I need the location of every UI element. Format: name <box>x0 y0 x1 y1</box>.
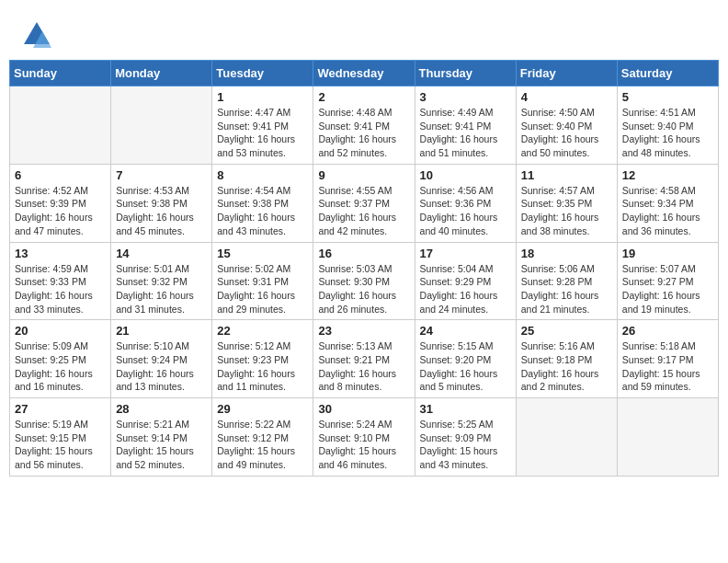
day-info: Sunrise: 4:47 AMSunset: 9:41 PMDaylight:… <box>217 106 308 160</box>
calendar-cell: 30Sunrise: 5:24 AMSunset: 9:10 PMDayligh… <box>313 398 415 477</box>
calendar-cell: 2Sunrise: 4:48 AMSunset: 9:41 PMDaylight… <box>313 86 415 165</box>
calendar-cell: 7Sunrise: 4:53 AMSunset: 9:38 PMDaylight… <box>111 164 212 242</box>
calendar-cell: 28Sunrise: 5:21 AMSunset: 9:14 PMDayligh… <box>111 398 212 477</box>
day-info: Sunrise: 5:09 AMSunset: 9:25 PMDaylight:… <box>15 339 106 394</box>
day-info: Sunrise: 5:15 AMSunset: 9:20 PMDaylight:… <box>420 339 511 394</box>
calendar-cell <box>10 86 111 165</box>
calendar: SundayMondayTuesdayWednesdayThursdayFrid… <box>9 60 719 477</box>
day-info: Sunrise: 5:01 AMSunset: 9:32 PMDaylight:… <box>116 262 207 316</box>
day-number: 14 <box>116 247 207 260</box>
day-number: 27 <box>15 402 106 416</box>
calendar-cell: 15Sunrise: 5:02 AMSunset: 9:31 PMDayligh… <box>212 242 313 320</box>
day-info: Sunrise: 5:10 AMSunset: 9:24 PMDaylight:… <box>116 339 207 394</box>
calendar-cell: 10Sunrise: 4:56 AMSunset: 9:36 PMDayligh… <box>415 164 516 242</box>
day-number: 17 <box>420 247 511 260</box>
day-info: Sunrise: 5:04 AMSunset: 9:29 PMDaylight:… <box>420 262 511 316</box>
logo-icon <box>18 18 48 48</box>
calendar-cell: 27Sunrise: 5:19 AMSunset: 9:15 PMDayligh… <box>10 398 111 477</box>
day-info: Sunrise: 4:58 AMSunset: 9:34 PMDaylight:… <box>622 184 713 238</box>
week-row-1: 6Sunrise: 4:52 AMSunset: 9:39 PMDaylight… <box>10 164 719 242</box>
page-header <box>9 9 719 52</box>
day-number: 4 <box>521 90 612 104</box>
day-number: 16 <box>318 247 409 260</box>
calendar-cell: 21Sunrise: 5:10 AMSunset: 9:24 PMDayligh… <box>111 320 212 398</box>
week-row-3: 20Sunrise: 5:09 AMSunset: 9:25 PMDayligh… <box>10 320 719 398</box>
calendar-cell: 8Sunrise: 4:54 AMSunset: 9:38 PMDaylight… <box>212 164 313 242</box>
day-info: Sunrise: 4:54 AMSunset: 9:38 PMDaylight:… <box>217 184 308 238</box>
day-info: Sunrise: 4:51 AMSunset: 9:40 PMDaylight:… <box>622 106 713 160</box>
day-info: Sunrise: 4:56 AMSunset: 9:36 PMDaylight:… <box>420 184 511 238</box>
header-sunday: Sunday <box>10 61 111 86</box>
day-number: 23 <box>318 324 409 338</box>
day-info: Sunrise: 5:13 AMSunset: 9:21 PMDaylight:… <box>318 339 409 394</box>
day-info: Sunrise: 5:25 AMSunset: 9:09 PMDaylight:… <box>420 418 511 472</box>
day-number: 6 <box>15 168 106 182</box>
calendar-cell: 12Sunrise: 4:58 AMSunset: 9:34 PMDayligh… <box>617 164 718 242</box>
day-info: Sunrise: 5:24 AMSunset: 9:10 PMDaylight:… <box>318 418 409 472</box>
calendar-cell: 4Sunrise: 4:50 AMSunset: 9:40 PMDaylight… <box>516 86 617 165</box>
day-number: 9 <box>318 168 409 182</box>
day-number: 30 <box>318 402 409 416</box>
day-number: 7 <box>116 168 207 182</box>
day-number: 8 <box>217 168 308 182</box>
day-info: Sunrise: 4:53 AMSunset: 9:38 PMDaylight:… <box>116 184 207 238</box>
day-number: 24 <box>420 324 511 338</box>
calendar-cell: 18Sunrise: 5:06 AMSunset: 9:28 PMDayligh… <box>516 242 617 320</box>
day-info: Sunrise: 5:18 AMSunset: 9:17 PMDaylight:… <box>622 339 713 394</box>
calendar-cell: 3Sunrise: 4:49 AMSunset: 9:41 PMDaylight… <box>415 86 516 165</box>
calendar-cell <box>617 398 718 477</box>
day-number: 19 <box>622 247 713 260</box>
calendar-cell: 31Sunrise: 5:25 AMSunset: 9:09 PMDayligh… <box>415 398 516 477</box>
calendar-cell: 14Sunrise: 5:01 AMSunset: 9:32 PMDayligh… <box>111 242 212 320</box>
calendar-cell <box>111 86 212 165</box>
day-number: 26 <box>622 324 713 338</box>
day-info: Sunrise: 5:12 AMSunset: 9:23 PMDaylight:… <box>217 339 308 394</box>
day-info: Sunrise: 5:19 AMSunset: 9:15 PMDaylight:… <box>15 418 106 472</box>
calendar-cell: 24Sunrise: 5:15 AMSunset: 9:20 PMDayligh… <box>415 320 516 398</box>
calendar-cell: 1Sunrise: 4:47 AMSunset: 9:41 PMDaylight… <box>212 86 313 165</box>
week-row-4: 27Sunrise: 5:19 AMSunset: 9:15 PMDayligh… <box>10 398 719 477</box>
day-info: Sunrise: 5:16 AMSunset: 9:18 PMDaylight:… <box>521 339 612 394</box>
calendar-cell: 16Sunrise: 5:03 AMSunset: 9:30 PMDayligh… <box>313 242 415 320</box>
day-number: 20 <box>15 324 106 338</box>
day-info: Sunrise: 4:49 AMSunset: 9:41 PMDaylight:… <box>420 106 511 160</box>
calendar-cell: 5Sunrise: 4:51 AMSunset: 9:40 PMDaylight… <box>617 86 718 165</box>
calendar-cell: 20Sunrise: 5:09 AMSunset: 9:25 PMDayligh… <box>10 320 111 398</box>
week-row-0: 1Sunrise: 4:47 AMSunset: 9:41 PMDaylight… <box>10 86 719 165</box>
logo <box>18 18 50 48</box>
calendar-header-row: SundayMondayTuesdayWednesdayThursdayFrid… <box>10 61 719 86</box>
day-info: Sunrise: 4:57 AMSunset: 9:35 PMDaylight:… <box>521 184 612 238</box>
calendar-cell: 6Sunrise: 4:52 AMSunset: 9:39 PMDaylight… <box>10 164 111 242</box>
day-number: 21 <box>116 324 207 338</box>
day-number: 2 <box>318 90 409 104</box>
header-wednesday: Wednesday <box>313 61 415 86</box>
header-tuesday: Tuesday <box>212 61 313 86</box>
day-info: Sunrise: 4:48 AMSunset: 9:41 PMDaylight:… <box>318 106 409 160</box>
header-friday: Friday <box>516 61 617 86</box>
day-number: 29 <box>217 402 308 416</box>
day-info: Sunrise: 5:21 AMSunset: 9:14 PMDaylight:… <box>116 418 207 472</box>
day-number: 13 <box>15 247 106 260</box>
day-number: 1 <box>217 90 308 104</box>
day-info: Sunrise: 5:07 AMSunset: 9:27 PMDaylight:… <box>622 262 713 316</box>
calendar-cell <box>516 398 617 477</box>
day-info: Sunrise: 5:02 AMSunset: 9:31 PMDaylight:… <box>217 262 308 316</box>
day-info: Sunrise: 5:06 AMSunset: 9:28 PMDaylight:… <box>521 262 612 316</box>
day-number: 25 <box>521 324 612 338</box>
day-number: 22 <box>217 324 308 338</box>
calendar-cell: 17Sunrise: 5:04 AMSunset: 9:29 PMDayligh… <box>415 242 516 320</box>
day-number: 10 <box>420 168 511 182</box>
day-info: Sunrise: 5:22 AMSunset: 9:12 PMDaylight:… <box>217 418 308 472</box>
header-thursday: Thursday <box>415 61 516 86</box>
day-number: 15 <box>217 247 308 260</box>
calendar-cell: 11Sunrise: 4:57 AMSunset: 9:35 PMDayligh… <box>516 164 617 242</box>
calendar-cell: 19Sunrise: 5:07 AMSunset: 9:27 PMDayligh… <box>617 242 718 320</box>
day-number: 31 <box>420 402 511 416</box>
calendar-cell: 29Sunrise: 5:22 AMSunset: 9:12 PMDayligh… <box>212 398 313 477</box>
header-saturday: Saturday <box>617 61 718 86</box>
calendar-cell: 22Sunrise: 5:12 AMSunset: 9:23 PMDayligh… <box>212 320 313 398</box>
day-number: 18 <box>521 247 612 260</box>
calendar-cell: 13Sunrise: 4:59 AMSunset: 9:33 PMDayligh… <box>10 242 111 320</box>
day-info: Sunrise: 4:50 AMSunset: 9:40 PMDaylight:… <box>521 106 612 160</box>
day-info: Sunrise: 4:55 AMSunset: 9:37 PMDaylight:… <box>318 184 409 238</box>
